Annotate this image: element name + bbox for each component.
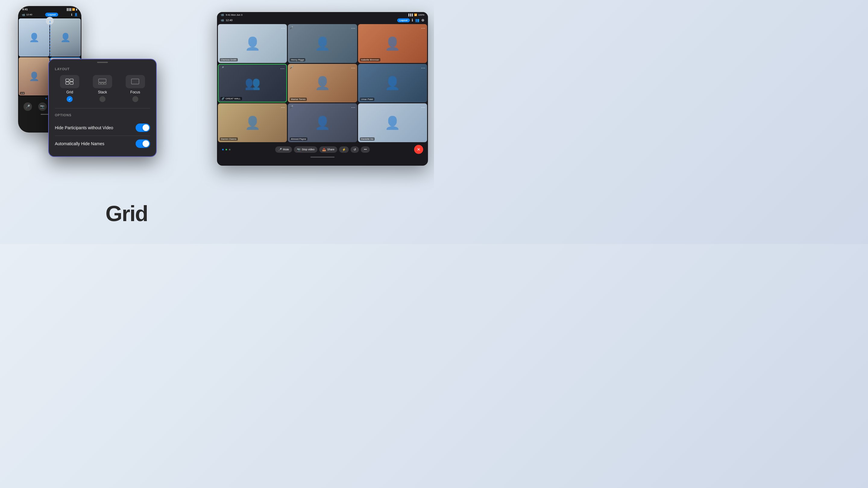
cell-mic-4: 🎤 xyxy=(220,66,224,70)
ipad-toolbar-left: 📹 12:40 xyxy=(221,19,233,22)
hide-participants-label: Hide Participants without Video xyxy=(55,125,113,130)
ipad-layout-button[interactable]: Layout xyxy=(397,19,410,22)
share-icon: 📤 xyxy=(322,148,326,151)
hide-participants-row: Hide Participants without Video xyxy=(55,121,150,134)
phone-cell-3-label: ⚠ 0 xyxy=(20,92,25,95)
cell-menu-8[interactable]: ⋯ xyxy=(351,105,355,110)
cell-label-darren: Darren Owens xyxy=(220,137,238,141)
cell-menu-2[interactable]: ⋯ xyxy=(351,26,355,31)
more-label: ••• xyxy=(364,148,367,151)
ipad-cell-marise: 👤 ⋯ 🎤 Marise Torres xyxy=(288,64,357,103)
cell-menu-7[interactable]: ⋯ xyxy=(281,105,285,110)
layout-option-grid[interactable]: Grid xyxy=(55,75,85,102)
cell-label-marise: Marise Torres xyxy=(290,98,307,101)
ipad-cell-danielle: 👤 ⋯ Danielle Ho xyxy=(358,103,427,142)
video-icon: 📷 xyxy=(297,148,301,151)
ipad-participants-icon[interactable]: 👥 xyxy=(415,18,420,22)
ipad-info-icon[interactable]: ℹ xyxy=(412,18,413,22)
cell-menu-1[interactable]: ⋯ xyxy=(281,26,285,31)
focus-layout-radio[interactable] xyxy=(132,96,138,102)
mute-label: Mute xyxy=(283,148,289,151)
grid-title: Grid xyxy=(105,201,148,226)
reactions-icon: ↺ xyxy=(353,148,356,151)
ipad-cell-darren: 👤 ⋯ Darren Owens xyxy=(218,103,287,142)
phone-layout-button[interactable]: Layout xyxy=(45,13,58,17)
ipad-stop-video-button[interactable]: 📷 Stop video xyxy=(294,147,318,153)
ipad-indicator-1: ● xyxy=(222,147,224,152)
info-icon[interactable]: ℹ xyxy=(71,13,72,16)
layout-option-stack[interactable]: Stack xyxy=(88,75,118,102)
svg-rect-1 xyxy=(70,79,73,82)
cell-menu-6[interactable]: ⋯ xyxy=(421,66,425,70)
phone-video-button[interactable]: 📷 xyxy=(38,102,47,111)
layout-options: Grid Stack Focus xyxy=(55,75,150,102)
ipad-mute-button[interactable]: 🎤 Mute xyxy=(275,147,292,153)
svg-rect-0 xyxy=(66,79,69,82)
panel-divider xyxy=(55,108,150,108)
options-section-title: OPTIONS xyxy=(55,113,150,117)
cell-label-danielle: Danielle Ho xyxy=(360,137,375,141)
ipad-device: 📹 9:41 Mon Jun 3 ▐▐▐ 📶 100% 📹 12:40 Layo… xyxy=(217,12,428,166)
layout-section-title: LAYOUT xyxy=(55,67,150,71)
ipad-bluetooth-button[interactable]: ⚡ xyxy=(339,147,349,153)
ipad-cell-clarissa: 👤 ⋯ Clarissa Smith xyxy=(218,24,287,63)
ipad-status-left: 📹 9:41 Mon Jun 3 xyxy=(221,13,242,16)
hide-participants-toggle[interactable] xyxy=(135,124,150,132)
layout-option-focus[interactable]: Focus xyxy=(120,75,150,102)
ipad-toolbar: 📹 12:40 Layout ℹ 👥 ⊕ xyxy=(217,18,428,24)
cell-menu-3[interactable]: ⋯ xyxy=(421,26,425,31)
share-label: Share xyxy=(327,148,334,151)
phone-time: 9:41 xyxy=(22,8,28,11)
ipad-reactions-button[interactable]: ↺ xyxy=(350,147,359,153)
ipad-more-button[interactable]: ••• xyxy=(361,147,370,153)
svg-rect-7 xyxy=(104,83,106,84)
phone-toolbar-icons: ℹ 👤 xyxy=(71,13,78,16)
ipad-end-call-button[interactable]: ✕ xyxy=(414,145,423,154)
ipad-cell-umar: 👤 ⋯ Umar Patel xyxy=(358,64,427,103)
ipad-call-indicators: ● ● ● xyxy=(222,147,231,152)
grid-layout-label: Grid xyxy=(66,90,73,94)
cell-label-umar: Umar Patel xyxy=(360,98,374,101)
ipad-cell-greatwall: 👥 ⋯ 🎤 🔗 GREAT WALL xyxy=(218,64,287,103)
indicator-1: ● xyxy=(45,97,47,100)
grid-layout-icon xyxy=(60,75,79,88)
stack-layout-radio[interactable] xyxy=(99,96,105,102)
mute-icon: 🎤 xyxy=(278,148,282,151)
svg-rect-5 xyxy=(98,83,101,84)
cell-label-isabelle: Isabelle Brennan xyxy=(360,58,380,61)
phone-cell-1: 👤 xyxy=(19,19,50,57)
ipad-battery-label: 100% xyxy=(418,13,424,16)
cell-menu-4[interactable]: ⋯ xyxy=(280,66,284,71)
cell-mic-8: 🎤 xyxy=(290,105,293,108)
cell-label-clarissa: Clarissa Smith xyxy=(220,58,238,61)
auto-hide-names-row: Automatically Hide Names xyxy=(55,137,150,150)
stop-video-label: Stop video xyxy=(302,148,315,151)
cell-menu-9[interactable]: ⋯ xyxy=(421,105,425,110)
ipad-wifi-icon: 📶 xyxy=(414,13,417,16)
ipad-cell-ahmed: 👤 ⋯ 🎤 Ahmed Payne xyxy=(288,103,357,142)
signal-icon: ▐▐▐ xyxy=(66,8,71,11)
ipad-share-button[interactable]: 📤 Share xyxy=(319,147,337,153)
ipad-cell-henry: 👤 ⋯ 🎤 Henry Riggs xyxy=(288,24,357,63)
phone-notch xyxy=(38,6,62,13)
ipad-signal-icon: ▐▐▐ xyxy=(408,13,413,16)
stack-layout-icon xyxy=(93,75,112,88)
ipad-cell-isabelle: 👤 ⋯ Isabelle Brennan xyxy=(358,24,427,63)
panel-drag-handle[interactable] xyxy=(97,62,108,63)
cell-menu-5[interactable]: ⋯ xyxy=(351,66,355,70)
focus-layout-label: Focus xyxy=(130,90,140,94)
grid-layout-radio[interactable] xyxy=(67,96,73,102)
phone-mute-button[interactable]: 🎤 xyxy=(24,102,32,111)
wifi-icon: 📶 xyxy=(72,8,75,11)
ipad-more-icon[interactable]: ⊕ xyxy=(421,18,424,22)
cell-mic-5: 🎤 xyxy=(290,66,293,69)
ipad-indicator-3: ● xyxy=(229,147,231,152)
focus-layout-icon xyxy=(126,75,145,88)
participants-icon[interactable]: 👤 xyxy=(74,13,78,16)
auto-hide-names-toggle[interactable] xyxy=(135,139,150,148)
ipad-meeting-icon: 📹 xyxy=(221,19,224,22)
auto-hide-names-label: Automatically Hide Names xyxy=(55,141,104,146)
svg-rect-6 xyxy=(101,83,103,84)
svg-rect-2 xyxy=(66,82,69,84)
svg-rect-4 xyxy=(98,79,106,82)
